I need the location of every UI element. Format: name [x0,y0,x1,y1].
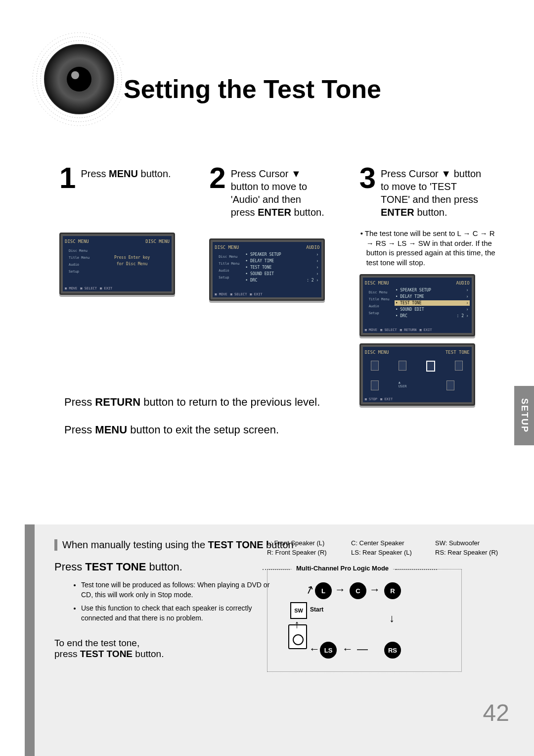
steps-row: 1 Press MENU button. DISC MENUDISC MENU … [59,163,509,406]
speaker-graphic-icon [25,30,124,129]
diag-RS: RS [384,642,401,659]
step-3-text: Press Cursor ▼ button to move to 'TEST T… [381,163,481,219]
tv4-hr: TEST TONE [445,350,470,355]
tv3-i3l: • SOUND EDIT [396,307,424,312]
be-l2a: press [54,649,80,659]
s2-l2: button to move to [231,181,308,192]
step-2-number: 2 [209,163,225,193]
arrow-icon: ↓ [389,612,395,625]
mid-l1c: button to return to the previous level. [140,396,320,408]
setup-side-tab: SETUP [514,386,534,445]
diagram-title: Multi-Channel Pro Logic Mode [292,565,393,572]
tv3-hr: AUDIO [456,281,470,285]
s2-l4b: ENTER [258,207,291,218]
tv3-f2: RETURN [400,328,417,332]
arrow-icon: ↗ [303,582,316,598]
tv3-f1: SELECT [380,328,397,332]
page-title: Setting the Test Tone [124,74,381,104]
tv2-i1r: › [316,259,319,263]
s3-l1: Press Cursor ▼ button [381,168,481,179]
bh-b: TEST TONE [208,539,264,550]
s2-l3: 'Audio' and then [231,194,301,205]
tv3-s3: Setup [364,311,390,315]
mid-l1a: Press [64,396,95,408]
step-1-before: Press [81,168,109,179]
tv3-s1: Title Menu [364,297,390,301]
mid-instructions: Press RETURN button to return to the pre… [64,396,320,451]
step-1-text: Press MENU button. [81,163,171,180]
diag-L: L [315,582,332,599]
svg-point-5 [71,71,79,79]
tv3-i4l: • DRC [396,314,407,318]
tv-screenshot-4: DISC MENUTEST TONE ▲USER STOP EXIT [359,343,475,406]
bottom-bullets: Test tone will be produced as follows: W… [61,580,279,623]
tv3-i1l: • DELAY TIME [396,294,424,299]
leg-b: C: Center Speaker [351,539,425,547]
tv2-s3: Setup [214,276,239,280]
tv3-i2r: › [466,301,469,305]
diag-start-label: Start [310,606,323,613]
tv2-hl: DISC MENU [215,245,239,250]
tv2-i0l: • SPEAKER SETUP [245,252,281,257]
tv3-s0: Disc Menu [364,290,390,294]
tv2-f0: MOVE [215,292,227,296]
step-1-bold: MENU [109,168,138,179]
tv1-center1: Press Enter key [94,255,170,260]
tv4-hl: DISC MENU [365,350,389,355]
mid-l1b: RETURN [95,396,140,408]
step-3: 3 Press Cursor ▼ button to move to 'TEST… [359,163,509,406]
mid-l2b: MENU [95,424,127,436]
step-1-after: button. [138,168,171,179]
tv3-s2: Audio [364,304,390,308]
tv4-speaker-grid: ▲USER [365,357,470,394]
diag-R: R [384,582,401,599]
arrow-icon: — [357,643,368,656]
leg-e: LS: Rear Speaker (L) [351,549,425,556]
s3-l4c: button. [414,207,447,218]
speaker-diagram: Multi-Channel Pro Logic Mode L → C → R S… [267,569,462,672]
svg-point-4 [67,67,91,92]
bb-1: Use this function to check that each spe… [81,604,279,623]
tv3-sidebar: Disc Menu Title Menu Audio Setup [364,287,390,318]
tv1-side-2: Audio [64,263,89,267]
tv1-side-1: Title Menu [64,256,89,260]
bs-a: Press [54,561,85,573]
tv-screenshot-2: DISC MENUAUDIO Disc Menu Title Menu Audi… [209,238,325,301]
s2-l4a: press [231,207,258,218]
tv2-i4r: : 2 › [307,278,318,283]
s3-l2: to move to 'TEST [381,181,457,192]
tv2-s0: Disc Menu [214,255,239,259]
tv3-i3r: › [466,307,469,312]
bb-0: Test tone will be produced as follows: W… [81,580,279,600]
page-number: 42 [483,699,509,726]
tv1-f1: SELECT [80,286,97,290]
tv2-f2: EXIT [250,292,262,296]
leg-a: L: Front Speaker (L) [267,539,341,547]
diag-C: C [350,582,366,599]
diag-SW: SW [290,602,307,619]
tv1-header-left: DISC MENU [65,239,89,244]
arrow-icon: → [369,583,380,596]
bs-c: button. [146,561,182,573]
tv2-i2r: › [316,265,319,270]
tv3-f3: EXIT [419,328,432,332]
mid-l2c: button to exit the setup screen. [127,424,279,436]
bs-b: TEST TONE [85,561,146,573]
tv1-center2: for Disc Menu [94,261,170,267]
tv3-i4r: : 2 › [457,314,469,318]
tv1-header-right: DISC MENU [145,239,170,244]
step-2-text: Press Cursor ▼ button to move to 'Audio'… [231,163,324,219]
leg-d: R: Front Speaker (R) [267,549,341,556]
tv3-i0l: • SPEAKER SETUP [396,288,431,292]
tv2-s2: Audio [214,269,239,273]
tv1-side-0: Disc Menu [64,249,89,253]
tv3-i0r: › [466,288,469,292]
arrow-icon: ← [342,643,353,656]
tv3-f0: MOVE [365,328,377,332]
s2-l4c: button. [291,207,324,218]
speaker-legend: L: Front Speaker (L) C: Center Speaker S… [267,539,509,556]
tv3-hl: DISC MENU [365,281,389,285]
tv2-i3l: • SOUND EDIT [245,272,274,276]
tv-screenshot-3: DISC MENUAUDIO Disc Menu Title Menu Audi… [359,274,475,336]
s3-l3: TONE' and then press [381,194,478,205]
